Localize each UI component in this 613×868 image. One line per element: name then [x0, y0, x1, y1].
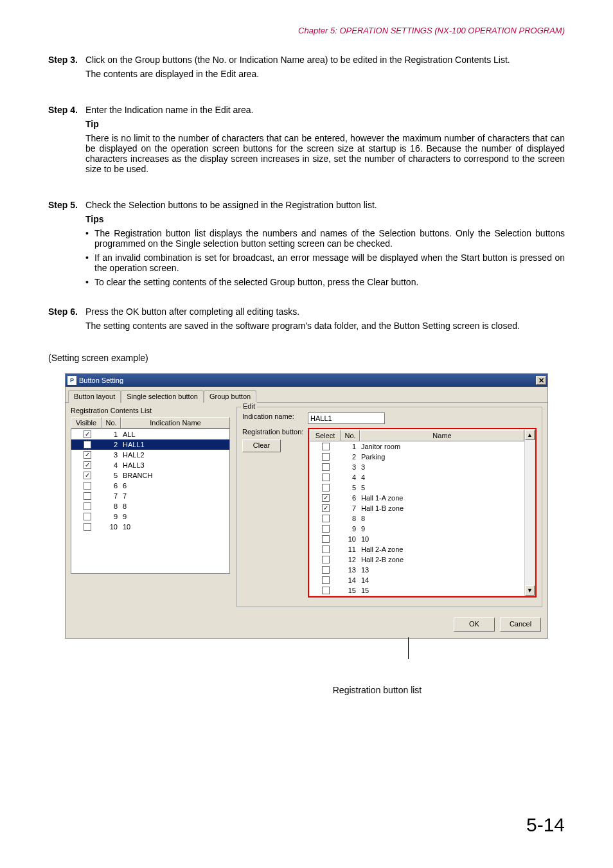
checkbox-icon[interactable]: ✓	[84, 461, 91, 469]
list-item[interactable]: 1Janitor room	[310, 441, 524, 452]
bullet-icon: •	[85, 252, 94, 273]
checkbox-icon[interactable]	[322, 587, 330, 594]
list-item[interactable]: ✓2HALL1	[71, 439, 229, 450]
checkbox-icon[interactable]	[322, 443, 330, 450]
list-item-name: 8	[360, 515, 523, 522]
checkbox-icon[interactable]	[84, 492, 91, 500]
list-item-no: 11	[341, 545, 360, 553]
edit-legend: Edit	[241, 402, 257, 410]
registration-button-list[interactable]: 1Janitor room2Parking334455✓6Hall 1-A zo…	[310, 441, 524, 596]
checkbox-icon[interactable]	[322, 545, 330, 553]
list-item[interactable]: 77	[71, 491, 229, 501]
list-item[interactable]: 33	[310, 462, 524, 472]
left-header-visible[interactable]: Visible	[71, 417, 102, 429]
list-item[interactable]: 55	[310, 483, 524, 493]
titlebar[interactable]: P Button Setting ✕	[66, 374, 547, 387]
indication-name-input[interactable]	[308, 412, 385, 424]
list-item[interactable]: 1515	[310, 585, 524, 596]
left-header-name[interactable]: Indication Name	[121, 417, 230, 429]
chapter-heading: Chapter 5: OPERATION SETTINGS (NX-100 OP…	[48, 26, 565, 35]
checkbox-icon[interactable]	[84, 513, 91, 520]
left-header-no[interactable]: No.	[102, 417, 121, 429]
step4-label: Step 4.	[48, 105, 85, 178]
step6-text-1: Press the OK button after completing all…	[85, 306, 565, 317]
page-number: 5-14	[526, 814, 565, 836]
checkbox-icon[interactable]	[84, 482, 91, 490]
tab-button-layout[interactable]: Button layout	[68, 390, 121, 403]
list-item[interactable]: 2Parking	[310, 452, 524, 462]
step6-label: Step 6.	[48, 306, 85, 335]
checkbox-icon[interactable]	[322, 484, 330, 492]
checkbox-icon[interactable]	[322, 566, 330, 574]
list-item[interactable]: 12Hall 2-B zone	[310, 554, 524, 565]
list-item-no: 7	[341, 504, 360, 512]
checkbox-icon[interactable]: ✓	[84, 472, 91, 479]
list-item-name: HALL3	[121, 461, 228, 469]
clear-button[interactable]: Clear	[242, 439, 281, 452]
ok-button[interactable]: OK	[454, 617, 495, 632]
list-item-no: 10	[341, 535, 360, 543]
registration-contents-list[interactable]: ✓1ALL✓2HALL1✓3HALL2✓4HALL3✓5BRANCH667788…	[71, 429, 230, 574]
reg-header-name[interactable]: Name	[360, 430, 524, 441]
list-item-name: Hall 1-B zone	[360, 504, 523, 512]
dialog-title: Button Setting	[79, 376, 536, 384]
list-item-no: 8	[341, 515, 360, 522]
step4-tip-text: There is no limit to the number of chara…	[85, 133, 565, 174]
list-item[interactable]: 1313	[310, 565, 524, 575]
tab-group-button[interactable]: Group button	[204, 390, 256, 403]
list-item-name: 15	[360, 587, 523, 594]
list-item[interactable]: ✓3HALL2	[71, 450, 229, 460]
list-item-no: 3	[341, 463, 360, 471]
list-item[interactable]: 88	[310, 513, 524, 524]
checkbox-icon[interactable]	[322, 515, 330, 522]
list-item[interactable]: 1414	[310, 575, 524, 585]
list-item-no: 3	[102, 451, 121, 459]
list-item-name: 13	[360, 566, 523, 574]
checkbox-icon[interactable]	[322, 525, 330, 533]
cancel-button[interactable]: Cancel	[500, 617, 541, 632]
checkbox-icon[interactable]	[322, 474, 330, 481]
list-item[interactable]: 66	[71, 481, 229, 491]
list-item[interactable]: 1010	[71, 522, 229, 532]
scroll-up-button[interactable]: ▲	[525, 430, 535, 440]
checkbox-icon[interactable]	[322, 453, 330, 461]
tab-single-selection[interactable]: Single selection button	[121, 390, 204, 403]
checkbox-icon[interactable]: ✓	[322, 494, 330, 502]
list-item-no: 5	[102, 472, 121, 479]
example-label: (Setting screen example)	[48, 353, 565, 363]
checkbox-icon[interactable]	[84, 502, 91, 510]
list-item-name: 10	[360, 535, 523, 543]
checkbox-icon[interactable]	[322, 535, 330, 543]
scroll-down-button[interactable]: ▼	[525, 585, 535, 596]
step3-text-2: The contents are displayed in the Edit a…	[85, 69, 565, 79]
checkbox-icon[interactable]	[84, 523, 91, 531]
list-item[interactable]: ✓5BRANCH	[71, 470, 229, 481]
checkbox-icon[interactable]: ✓	[322, 504, 330, 512]
list-item[interactable]: 99	[71, 511, 229, 522]
callout-line	[408, 637, 409, 659]
list-item-name: HALL1	[121, 441, 228, 448]
close-button[interactable]: ✕	[536, 376, 546, 385]
list-item-name: Hall 1-A zone	[360, 494, 523, 502]
scroll-track[interactable]	[525, 440, 535, 585]
list-item-name: Hall 2-A zone	[360, 545, 523, 553]
list-item[interactable]: 1010	[310, 534, 524, 544]
checkbox-icon[interactable]	[322, 463, 330, 471]
checkbox-icon[interactable]	[322, 556, 330, 563]
list-item-name: 6	[121, 482, 228, 490]
reg-header-select[interactable]: Select	[310, 430, 341, 441]
checkbox-icon[interactable]	[322, 576, 330, 584]
list-item[interactable]: ✓7Hall 1-B zone	[310, 503, 524, 513]
list-item[interactable]: 11Hall 2-A zone	[310, 544, 524, 554]
list-item[interactable]: ✓1ALL	[71, 429, 229, 439]
checkbox-icon[interactable]: ✓	[84, 430, 91, 438]
list-item[interactable]: ✓4HALL3	[71, 460, 229, 470]
list-item[interactable]: 44	[310, 472, 524, 483]
list-item[interactable]: 88	[71, 501, 229, 511]
reg-header-no[interactable]: No.	[341, 430, 360, 441]
step5-bullet-2: If an invalid combination is set for bro…	[94, 252, 565, 273]
checkbox-icon[interactable]: ✓	[84, 441, 91, 448]
list-item[interactable]: 99	[310, 524, 524, 534]
list-item[interactable]: ✓6Hall 1-A zone	[310, 493, 524, 503]
checkbox-icon[interactable]: ✓	[84, 451, 91, 459]
